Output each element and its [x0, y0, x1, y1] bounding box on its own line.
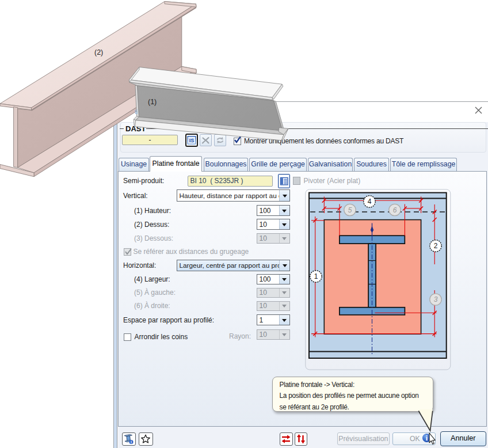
svg-text:(2): (2) — [94, 48, 103, 56]
svg-text:4: 4 — [368, 198, 372, 206]
svg-text:6: 6 — [393, 206, 397, 214]
svg-text:i: i — [131, 440, 132, 444]
svg-text:(1): (1) — [148, 98, 157, 106]
svg-text:1: 1 — [314, 272, 318, 280]
svg-text:3: 3 — [434, 295, 438, 303]
svg-text:2: 2 — [434, 242, 438, 250]
svg-text:5: 5 — [348, 206, 352, 214]
